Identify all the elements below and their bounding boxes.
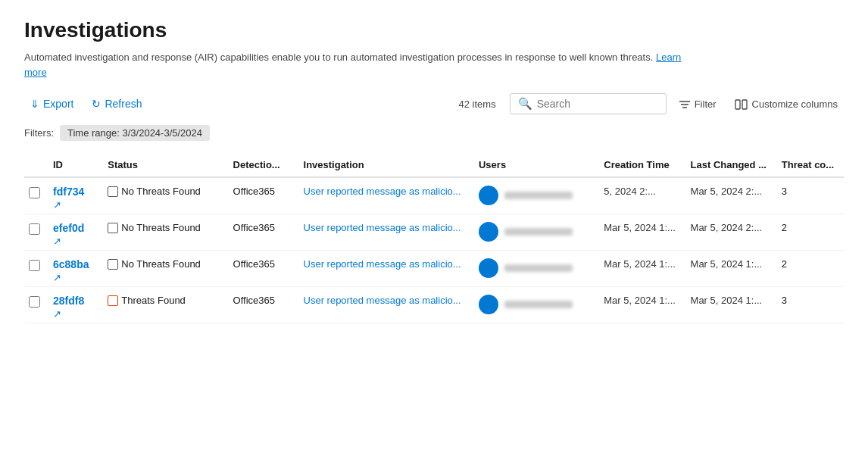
row-threat-count: 3 bbox=[777, 287, 844, 323]
export-icon: ⇓ bbox=[30, 98, 39, 110]
items-count: 42 items bbox=[459, 98, 496, 110]
row-last-changed: Mar 5, 2024 1:... bbox=[686, 287, 777, 323]
table-header: ID Status Detectio... Investigation User… bbox=[24, 153, 844, 177]
refresh-button[interactable]: ↻ Refresh bbox=[86, 95, 148, 113]
filter-chip[interactable]: Time range: 3/3/2024-3/5/2024 bbox=[60, 125, 210, 141]
table-row: 6c88ba↗No Threats FoundOffice365User rep… bbox=[24, 251, 844, 287]
row-users-cell bbox=[474, 177, 599, 214]
col-users: Users bbox=[474, 153, 599, 177]
col-status: Status bbox=[103, 153, 228, 177]
customize-columns-icon bbox=[735, 98, 748, 110]
row-id[interactable]: fdf734 bbox=[53, 186, 95, 198]
row-status-icon bbox=[108, 186, 118, 197]
col-threat-count: Threat co... bbox=[777, 153, 844, 177]
table-row: efef0d↗No Threats FoundOffice365User rep… bbox=[24, 214, 844, 251]
col-last-changed: Last Changed ... bbox=[686, 153, 777, 177]
svg-rect-4 bbox=[742, 100, 747, 109]
investigations-table: ID Status Detectio... Investigation User… bbox=[24, 153, 844, 323]
row-users-cell bbox=[474, 251, 599, 287]
row-status-cell: No Threats Found bbox=[103, 177, 228, 214]
refresh-label: Refresh bbox=[105, 98, 142, 110]
col-creation-time: Creation Time bbox=[599, 153, 685, 177]
row-detection-cell: Office365 bbox=[229, 287, 299, 323]
row-last-changed: Mar 5, 2024 1:... bbox=[686, 251, 777, 287]
row-id-cell: 6c88ba↗ bbox=[48, 251, 103, 287]
row-id-cell: 28fdf8↗ bbox=[48, 287, 103, 323]
row-checkbox[interactable] bbox=[29, 223, 40, 235]
row-creation-time: Mar 5, 2024 1:... bbox=[599, 287, 685, 323]
row-status-icon bbox=[108, 259, 118, 270]
row-investigation-cell[interactable]: User reported message as malicio... bbox=[299, 287, 474, 323]
row-last-changed: Mar 5, 2024 2:... bbox=[686, 214, 777, 251]
filter-icon bbox=[679, 98, 691, 110]
row-status-cell: No Threats Found bbox=[103, 251, 228, 287]
row-checkbox[interactable] bbox=[29, 296, 40, 308]
row-external-link-icon[interactable]: ↗ bbox=[53, 308, 95, 320]
row-threat-count: 2 bbox=[777, 214, 844, 251]
row-investigation-cell[interactable]: User reported message as malicio... bbox=[299, 177, 474, 214]
row-external-link-icon[interactable]: ↗ bbox=[53, 272, 95, 283]
search-input[interactable] bbox=[537, 98, 658, 110]
row-id-cell: efef0d↗ bbox=[48, 214, 103, 251]
row-threat-count: 3 bbox=[777, 177, 844, 214]
user-name-blurred bbox=[504, 228, 573, 236]
col-id: ID bbox=[48, 153, 103, 177]
filter-button[interactable]: Filter bbox=[673, 95, 723, 113]
col-investigation: Investigation bbox=[299, 153, 474, 177]
row-creation-time: Mar 5, 2024 1:... bbox=[599, 214, 685, 251]
row-detection-cell: Office365 bbox=[229, 251, 299, 287]
row-status-icon bbox=[108, 295, 118, 306]
user-avatar bbox=[479, 295, 498, 314]
user-avatar bbox=[479, 186, 498, 205]
table-body: fdf734↗No Threats FoundOffice365User rep… bbox=[24, 177, 844, 323]
row-investigation-cell[interactable]: User reported message as malicio... bbox=[299, 251, 474, 287]
row-checkbox[interactable] bbox=[29, 187, 40, 198]
row-id[interactable]: 6c88ba bbox=[53, 258, 95, 270]
table-row: fdf734↗No Threats FoundOffice365User rep… bbox=[24, 177, 844, 214]
select-all-col bbox=[24, 153, 48, 177]
user-name-blurred bbox=[504, 264, 573, 272]
row-status-label: Threats Found bbox=[121, 295, 186, 306]
customize-columns-button[interactable]: Customize columns bbox=[729, 95, 844, 113]
export-label: Export bbox=[43, 98, 73, 110]
user-avatar bbox=[479, 258, 498, 278]
row-external-link-icon[interactable]: ↗ bbox=[53, 199, 95, 211]
page-title: Investigations bbox=[24, 18, 844, 42]
row-external-link-icon[interactable]: ↗ bbox=[53, 236, 95, 247]
user-name-blurred bbox=[504, 192, 573, 199]
row-users-cell bbox=[474, 214, 599, 251]
customize-columns-label: Customize columns bbox=[752, 98, 838, 110]
row-status-cell: No Threats Found bbox=[103, 214, 228, 251]
row-status-icon bbox=[108, 223, 118, 233]
search-icon: 🔍 bbox=[518, 97, 532, 111]
refresh-icon: ↻ bbox=[92, 98, 101, 110]
page-description: Automated investigation and response (AI… bbox=[24, 50, 706, 80]
filter-label: Filter bbox=[695, 98, 717, 110]
table-row: 28fdf8↗Threats FoundOffice365User report… bbox=[24, 287, 844, 323]
col-detection: Detectio... bbox=[229, 153, 299, 177]
row-detection-cell: Office365 bbox=[229, 177, 299, 214]
svg-rect-3 bbox=[735, 100, 740, 109]
user-name-blurred bbox=[504, 301, 573, 308]
user-avatar bbox=[479, 222, 498, 242]
row-status-label: No Threats Found bbox=[121, 222, 201, 233]
row-id[interactable]: 28fdf8 bbox=[53, 295, 95, 307]
row-threat-count: 2 bbox=[777, 251, 844, 287]
row-status-cell: Threats Found bbox=[103, 287, 228, 323]
search-box: 🔍 bbox=[510, 93, 667, 114]
filters-row: Filters: Time range: 3/3/2024-3/5/2024 bbox=[24, 125, 844, 141]
row-detection-cell: Office365 bbox=[229, 214, 299, 251]
row-checkbox[interactable] bbox=[29, 260, 40, 271]
export-button[interactable]: ⇓ Export bbox=[24, 95, 80, 113]
row-id[interactable]: efef0d bbox=[53, 222, 95, 234]
row-users-cell bbox=[474, 287, 599, 323]
filters-label: Filters: bbox=[24, 127, 54, 139]
row-creation-time: Mar 5, 2024 1:... bbox=[599, 251, 685, 287]
row-creation-time: 5, 2024 2:... bbox=[599, 177, 685, 214]
row-status-label: No Threats Found bbox=[121, 258, 201, 270]
row-last-changed: Mar 5, 2024 2:... bbox=[686, 177, 777, 214]
toolbar: ⇓ Export ↻ Refresh 42 items 🔍 Filter Cus… bbox=[24, 93, 844, 114]
row-status-label: No Threats Found bbox=[121, 186, 201, 197]
row-investigation-cell[interactable]: User reported message as malicio... bbox=[299, 214, 474, 251]
row-id-cell: fdf734↗ bbox=[48, 177, 103, 214]
